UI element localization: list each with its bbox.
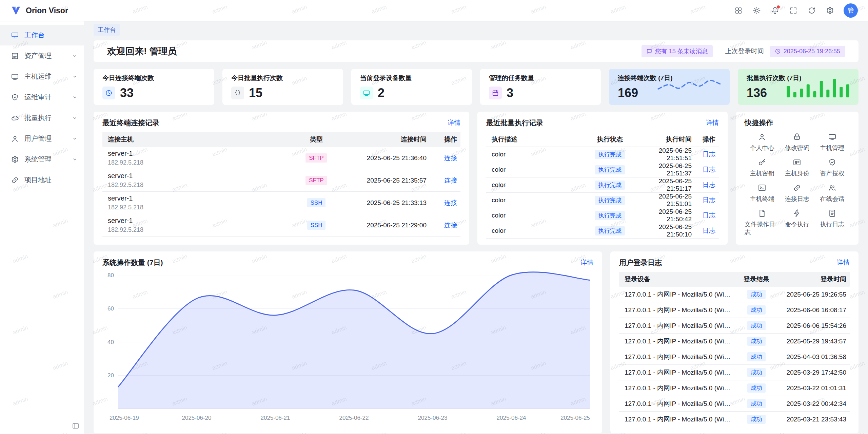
widgets-button[interactable] [732,4,745,17]
notifications-button[interactable] [768,4,782,17]
table-row: server-1 182.92.5.218 SSH 2025-06-25 21:… [102,192,460,214]
refresh-button[interactable] [805,4,818,17]
user-avatar[interactable]: 管 [844,3,858,18]
connect-link[interactable]: 连接 [444,177,457,184]
quick-action-label: 在线会话 [820,195,844,203]
quick-action-icon [828,158,836,167]
login-result-tag: 成功 [747,337,766,346]
unread-messages-badge[interactable]: 您有 15 条未读消息 [642,45,713,57]
sidebar-item[interactable]: 运维审计 [0,87,84,108]
batch-records-card: 最近批量执行记录 详情 执行描述 执行状态 执行时间 操作 color 执行完成 [477,112,728,245]
svg-text:2025-06-20: 2025-06-20 [182,415,212,421]
login-result-tag: 成功 [747,415,766,424]
exec-desc: color [486,151,581,158]
quick-action[interactable]: 个人中心 [745,133,780,152]
stat-label: 今日批量执行次数 [231,74,334,82]
quick-action-icon [793,209,801,218]
sidebar-item[interactable]: 批量执行 [0,108,84,128]
stat-label: 今日连接终端次数 [102,74,205,82]
connect-link[interactable]: 连接 [444,199,457,206]
quick-action[interactable]: 主机终端 [745,184,780,203]
svg-text:2025-06-23: 2025-06-23 [418,415,448,421]
quick-action[interactable]: 资产授权 [815,158,850,177]
ops-chart-card: 系统操作数量 (7日) 详情 204060802025-06-192025-06… [94,251,602,433]
exec-time: 2025-06-25 21:51:37 [639,162,695,177]
sidebar-item-label: 运维审计 [24,93,66,102]
sidebar-item-label: 系统管理 [24,155,66,164]
stat-card: 当前登录设备数量 2 [351,69,472,105]
panel-title: 最近终端连接记录 [102,118,159,128]
connect-time: 2025-06-25 21:33:13 [342,199,430,207]
stat-sparkline [785,76,851,97]
log-link[interactable]: 日志 [703,212,715,219]
log-link[interactable]: 日志 [703,166,715,173]
table-row: color 执行完成 2025-06-25 21:51:01 日志 [486,193,719,208]
sidebar-item[interactable]: 系统管理 [0,149,84,170]
fullscreen-button[interactable] [787,4,800,17]
exec-status-tag: 执行完成 [595,226,625,235]
sidebar-item[interactable]: 资产管理 [0,45,84,66]
quick-action-label: 主机管理 [820,144,844,152]
quick-action-label: 修改密码 [785,144,809,152]
welcome-banner: 欢迎回来! 管理员 您有 15 条未读消息 上次登录时间 2025-06-25 … [94,40,859,62]
batch-records-body: color 执行完成 2025-06-25 21:51:51 日志 color … [486,147,719,239]
table-header: 执行描述 执行状态 执行时间 操作 [486,132,719,147]
sidebar-item[interactable]: 主机运维 [0,66,84,87]
quick-action[interactable]: 在线会话 [815,184,850,203]
login-time: 2025-06-25 19:26:55 [775,291,850,298]
app-logo[interactable]: Orion Visor [10,5,68,16]
exec-desc: color [486,196,581,204]
sidebar: 工作台 资产管理 主机运维 运维审计 [0,21,84,434]
stat-value: 3 [507,86,513,100]
quick-action[interactable]: 命令执行 [780,209,814,237]
login-time: 2025-06-06 16:08:17 [775,306,850,314]
login-result-tag: 成功 [747,399,766,408]
quick-action[interactable]: 文件操作日志 [745,209,780,237]
login-result-tag: 成功 [747,383,766,393]
connect-time: 2025-06-25 21:36:40 [342,154,430,162]
table-row: server-1 182.92.5.218 SFTP 2025-06-25 21… [102,169,460,192]
login-logs-detail-link[interactable]: 详情 [837,258,850,267]
quick-action[interactable]: 执行日志 [815,209,850,237]
sun-icon [753,6,761,15]
log-link[interactable]: 日志 [703,227,715,234]
login-device: 127.0.0.1 - 内网IP - Mozilla/5.0 (Windows … [619,321,738,330]
breadcrumb[interactable]: 工作台 [94,24,120,36]
log-link[interactable]: 日志 [703,196,715,204]
sidebar-item[interactable]: 用户管理 [0,128,84,149]
login-time: 2025-03-22 01:01:31 [775,384,850,392]
settings-button[interactable] [823,4,837,17]
quick-action[interactable]: 主机密钥 [745,158,780,177]
stat-label: 当前登录设备数量 [360,74,463,82]
sidebar-item[interactable]: 工作台 [0,25,84,45]
log-link[interactable]: 日志 [703,181,715,188]
host-ip: 182.92.5.218 [108,226,291,233]
fullscreen-icon [789,6,797,15]
connect-time: 2025-06-25 21:29:00 [342,222,430,229]
quick-action[interactable]: 连接日志 [780,184,814,203]
ops-chart-detail-link[interactable]: 详情 [580,258,593,267]
login-time: 2025-05-29 19:43:57 [775,338,850,345]
stat-value: 136 [747,86,767,100]
sidebar-collapse-icon[interactable] [72,422,80,430]
sidebar-item-icon [11,52,19,60]
host-ip: 182.92.5.218 [108,182,291,189]
terminal-records-detail-link[interactable]: 详情 [448,118,460,127]
quick-action-icon [828,133,836,141]
host-name: server-1 [108,150,291,157]
connect-link[interactable]: 连接 [444,154,457,162]
quick-action[interactable]: 主机身份 [780,158,814,177]
theme-toggle-button[interactable] [750,4,764,17]
exec-time: 2025-06-25 21:50:10 [639,223,695,238]
log-link[interactable]: 日志 [703,151,715,158]
sidebar-item-icon [11,176,19,184]
quick-action-icon [828,184,836,192]
quick-action[interactable]: 主机管理 [815,133,850,152]
batch-records-detail-link[interactable]: 详情 [706,118,719,127]
divider [719,48,719,55]
connect-link[interactable]: 连接 [444,222,457,229]
stat-card: 管理的任务数量 3 [480,69,601,105]
svg-text:2025-06-25: 2025-06-25 [560,415,590,421]
sidebar-item[interactable]: 项目地址 [0,170,84,190]
quick-action[interactable]: 修改密码 [780,133,814,152]
